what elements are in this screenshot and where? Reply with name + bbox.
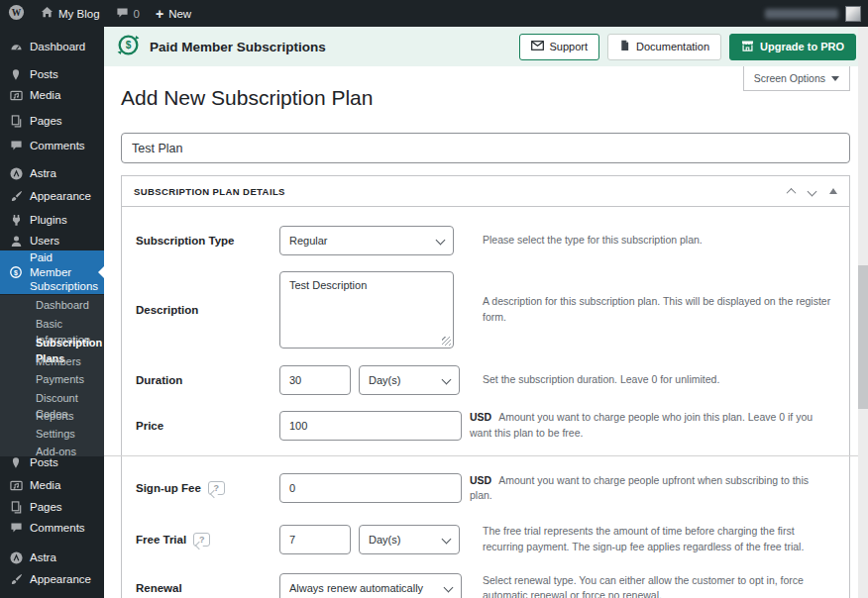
comment-count: 0	[134, 8, 140, 20]
description-textarea[interactable]: Test Description	[279, 271, 454, 349]
duration-input[interactable]	[279, 365, 351, 395]
signup-fee-input[interactable]	[279, 473, 462, 503]
pms-logo-icon: $	[116, 33, 141, 61]
sidebar-item-label: Astra	[30, 551, 56, 563]
sidebar-item-users[interactable]: Users	[0, 229, 104, 252]
admin-bar: W My Blog 0 + New	[0, 0, 868, 27]
subscription-type-select[interactable]: Regular	[279, 226, 454, 255]
field-help-text: USDAmount you want to charge people upfr…	[470, 473, 835, 505]
form-row-free-trial: Free Trial ? Day(s) The free trial repre…	[122, 524, 849, 555]
documentation-button[interactable]: Documentation	[607, 34, 721, 60]
form-row-description: Description Test Description A descripti…	[122, 271, 849, 349]
sidebar-item-label: Plugins	[30, 214, 67, 226]
sidebar-item-comments[interactable]: Comments	[0, 134, 104, 157]
sidebar-item-label: Astra	[30, 167, 56, 179]
comments-icon	[9, 140, 23, 151]
astra-icon	[9, 551, 23, 564]
plugin-header-buttons: Support Documentation Upgrade to PRO	[519, 34, 856, 60]
field-label: Subscription Type	[136, 235, 279, 247]
new-label: New	[168, 8, 191, 20]
field-label: Price	[136, 420, 279, 432]
field-help-text: USDAmount you want to charge people who …	[470, 410, 835, 442]
pages-icon	[9, 501, 23, 514]
free-trial-unit-select[interactable]: Day(s)	[359, 525, 460, 554]
submenu-item-reports[interactable]: Reports	[0, 408, 104, 424]
comments-icon	[9, 522, 23, 534]
free-trial-input[interactable]	[279, 525, 351, 554]
chevron-down-icon	[831, 76, 839, 81]
sidebar-item-paid-member-subscriptions[interactable]: $ Paid Member Subscriptions	[0, 250, 104, 294]
help-tooltip-icon[interactable]: ?	[193, 533, 210, 547]
sidebar-item-label: Paid Member Subscriptions	[30, 250, 91, 293]
submenu-item-basic-information[interactable]: Basic Information	[0, 316, 104, 332]
panel-header[interactable]: SUBSCRIPTION PLAN DETAILS	[122, 176, 849, 207]
currency-label: USD	[470, 411, 491, 423]
comments-admin-bar[interactable]: 0	[108, 0, 148, 27]
user-display-name-redacted[interactable]	[765, 9, 838, 19]
support-button-label: Support	[550, 41, 589, 52]
field-label: Sign-up Fee ?	[136, 481, 279, 495]
collapse-toggle-icon[interactable]	[829, 188, 837, 194]
sidebar-item-label: Posts	[30, 68, 58, 80]
wordpress-logo-icon: W	[8, 4, 25, 23]
submenu-item-dashboard[interactable]: Dashboard	[0, 297, 104, 313]
submenu-item-add-ons[interactable]: Add-ons	[0, 444, 104, 459]
field-help-text: A description for this subscription plan…	[470, 294, 835, 326]
pin-icon	[9, 68, 23, 81]
sidebar-item-astra[interactable]: Astra	[0, 161, 104, 185]
sidebar-item-label: Media	[30, 89, 60, 101]
help-tooltip-icon[interactable]: ?	[208, 481, 225, 495]
sidebar-item-comments-2[interactable]: Comments	[0, 516, 104, 540]
page-title: Add New Subscription Plan	[121, 86, 373, 110]
plan-name-input[interactable]	[121, 133, 850, 163]
media-icon	[9, 479, 23, 492]
sidebar-item-label: Pages	[30, 115, 62, 127]
field-label: Description	[136, 304, 279, 316]
storefront-icon	[741, 40, 754, 53]
sidebar-item-appearance-2[interactable]: Appearance	[0, 567, 104, 591]
move-up-icon[interactable]	[787, 187, 797, 197]
paintbrush-icon	[9, 190, 23, 203]
sidebar-item-label: Pages	[30, 501, 62, 513]
svg-text:$: $	[14, 269, 18, 277]
submenu-item-payments[interactable]: Payments	[0, 371, 104, 387]
submenu-item-discount-codes[interactable]: Discount Codes	[0, 390, 104, 406]
site-name-link[interactable]: My Blog	[33, 0, 108, 27]
form-row-price: Price USDAmount you want to charge peopl…	[122, 410, 849, 442]
renewal-select[interactable]: Always renew automatically	[279, 573, 462, 598]
submenu-item-subscription-plans[interactable]: Subscription Plans	[0, 335, 104, 350]
screen-options-tab[interactable]: Screen Options	[743, 66, 850, 91]
subscription-plan-details-panel: SUBSCRIPTION PLAN DETAILS Subscription T…	[121, 175, 850, 598]
plus-icon: +	[156, 7, 163, 21]
sidebar-item-label: Comments	[30, 522, 85, 534]
field-help-text: Select renewal type. You can either allo…	[470, 573, 835, 598]
user-avatar[interactable]	[845, 6, 861, 22]
plugin-icon	[9, 214, 23, 227]
upgrade-to-pro-button[interactable]: Upgrade to PRO	[729, 34, 856, 60]
duration-unit-select[interactable]: Day(s)	[359, 365, 460, 395]
sidebar-item-pages[interactable]: Pages	[0, 109, 104, 133]
scrollbar-track[interactable]	[858, 27, 868, 598]
sidebar-item-media-2[interactable]: Media	[0, 473, 104, 497]
support-button[interactable]: Support	[519, 34, 600, 60]
wordpress-logo-menu[interactable]: W	[0, 0, 33, 27]
submenu-item-settings[interactable]: Settings	[0, 426, 104, 442]
scrollbar-thumb[interactable]	[858, 265, 868, 409]
sidebar-item-astra-2[interactable]: Astra	[0, 546, 104, 569]
documentation-button-label: Documentation	[636, 41, 709, 52]
sidebar-item-appearance[interactable]: Appearance	[0, 184, 104, 208]
submenu-item-members[interactable]: Members	[0, 353, 104, 369]
sidebar-item-label: Appearance	[30, 573, 91, 585]
sidebar-item-media[interactable]: Media	[0, 83, 104, 107]
active-menu-arrow	[98, 266, 104, 278]
pages-icon	[9, 115, 23, 128]
sidebar-item-dashboard[interactable]: Dashboard	[0, 35, 104, 58]
sidebar-item-label: Media	[30, 479, 60, 491]
document-icon	[619, 40, 630, 53]
astra-icon	[9, 167, 23, 180]
sidebar-item-label: Appearance	[30, 190, 91, 202]
move-down-icon[interactable]	[808, 186, 817, 196]
new-content-menu[interactable]: + New	[148, 0, 199, 27]
media-icon	[9, 89, 23, 102]
price-input[interactable]	[279, 411, 462, 441]
